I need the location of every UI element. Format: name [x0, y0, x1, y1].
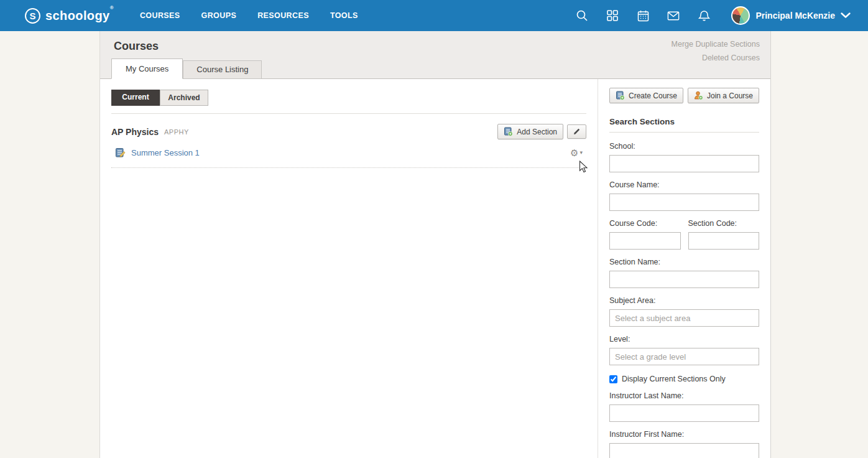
- tab-course-listing[interactable]: Course Listing: [183, 60, 262, 79]
- caret-down-icon: ▾: [579, 150, 583, 156]
- section-link[interactable]: Summer Session 1: [131, 148, 200, 157]
- user-name: Principal McKenzie: [755, 11, 835, 21]
- nav-courses[interactable]: COURSES: [140, 11, 180, 20]
- course-tabs: My Courses Course Listing: [111, 58, 262, 79]
- course-code: APPHY: [164, 128, 189, 136]
- messages-icon[interactable]: [667, 9, 680, 22]
- course-name: AP Physics: [111, 127, 159, 137]
- tab-my-courses[interactable]: My Courses: [111, 58, 183, 79]
- primary-nav: COURSES GROUPS RESOURCES TOOLS: [140, 11, 358, 20]
- section-notebook-icon: [115, 147, 126, 158]
- display-current-sections-checkbox[interactable]: [609, 375, 617, 383]
- content-row: Current Archived AP Physics APPHY: [100, 79, 770, 458]
- school-label: School:: [609, 142, 759, 151]
- subject-area-select[interactable]: [609, 309, 759, 327]
- instructor-last-name-label: Instructor Last Name:: [609, 391, 759, 400]
- section-name-label: Section Name:: [609, 258, 759, 266]
- level-select[interactable]: [609, 348, 759, 365]
- section-code-label: Section Code:: [688, 219, 760, 228]
- schoology-logo-icon: S: [25, 8, 40, 24]
- nav-resources[interactable]: RESOURCES: [257, 11, 309, 20]
- section-code-input[interactable]: [688, 232, 760, 250]
- subject-area-label: Subject Area:: [609, 296, 759, 305]
- course-row: AP Physics APPHY Add Section: [111, 114, 586, 139]
- calendar-icon[interactable]: [636, 9, 650, 22]
- join-course-label: Join a Course: [707, 91, 753, 100]
- filter-current[interactable]: Current: [111, 90, 160, 106]
- notifications-icon[interactable]: [697, 9, 711, 22]
- join-course-button[interactable]: Join a Course: [688, 88, 759, 103]
- merge-duplicate-sections-link[interactable]: Merge Duplicate Sections: [672, 37, 760, 51]
- sidebar-actions: Create Course Join a Course: [609, 88, 759, 103]
- apps-grid-icon[interactable]: [606, 9, 619, 22]
- instructor-first-name-input[interactable]: [609, 443, 759, 458]
- section-name-input[interactable]: [609, 271, 759, 288]
- courses-panel: Current Archived AP Physics APPHY: [100, 79, 598, 458]
- create-course-label: Create Course: [629, 91, 677, 100]
- schoology-logo[interactable]: S schoology®: [25, 8, 114, 24]
- pencil-icon: [573, 128, 581, 136]
- page-title: Courses: [114, 40, 159, 53]
- account-menu[interactable]: Principal McKenzie: [731, 6, 851, 25]
- header-action-links: Merge Duplicate Sections Deleted Courses: [672, 37, 760, 65]
- nav-groups[interactable]: GROUPS: [201, 11, 237, 20]
- course-name-label: Course Name:: [609, 180, 759, 189]
- instructor-last-name-input[interactable]: [609, 404, 759, 422]
- page-header-band: Courses Merge Duplicate Sections Deleted…: [100, 31, 770, 79]
- gear-icon: ⚙: [570, 148, 578, 157]
- brand-name: schoology®: [45, 9, 114, 23]
- topbar-right: Principal McKenzie: [575, 6, 851, 25]
- course-name-input[interactable]: [609, 194, 759, 211]
- filter-archived[interactable]: Archived: [160, 90, 208, 106]
- display-current-sections-label: Display Current Sections Only: [622, 375, 726, 383]
- deleted-courses-link[interactable]: Deleted Courses: [672, 51, 760, 65]
- notebook-plus-icon: [616, 91, 625, 100]
- top-navigation-bar: S schoology® COURSES GROUPS RESOURCES TO…: [0, 0, 868, 31]
- course-code-label: Course Code:: [609, 219, 681, 228]
- edit-course-button[interactable]: [567, 124, 586, 139]
- search-icon[interactable]: [575, 9, 589, 22]
- add-section-label: Add Section: [517, 128, 557, 136]
- search-sections-panel: Create Course Join a Course Search Secti…: [598, 79, 770, 458]
- chevron-down-icon: [841, 12, 851, 19]
- section-options-menu[interactable]: ⚙ ▾: [570, 148, 583, 157]
- page-container: Courses Merge Duplicate Sections Deleted…: [99, 31, 771, 458]
- section-row: Summer Session 1 ⚙ ▾: [111, 139, 586, 168]
- level-label: Level:: [609, 335, 759, 344]
- course-code-input[interactable]: [609, 232, 681, 250]
- nav-tools[interactable]: TOOLS: [330, 11, 358, 20]
- current-archived-toggle: Current Archived: [111, 90, 208, 106]
- avatar: [731, 6, 750, 25]
- notebook-plus-icon: [504, 127, 513, 136]
- instructor-first-name-label: Instructor First Name:: [609, 430, 759, 439]
- person-plus-icon: [694, 91, 703, 100]
- create-course-button[interactable]: Create Course: [609, 88, 683, 103]
- registered-mark: ®: [110, 5, 114, 11]
- school-input[interactable]: [609, 155, 759, 172]
- current-sections-checkbox-row: Display Current Sections Only: [609, 375, 759, 383]
- search-sections-heading: Search Sections: [609, 117, 759, 133]
- search-sections-form: School: Course Name: Course Code: Sectio…: [609, 142, 759, 458]
- code-row: Course Code: Section Code:: [609, 211, 759, 250]
- add-section-button[interactable]: Add Section: [497, 124, 563, 139]
